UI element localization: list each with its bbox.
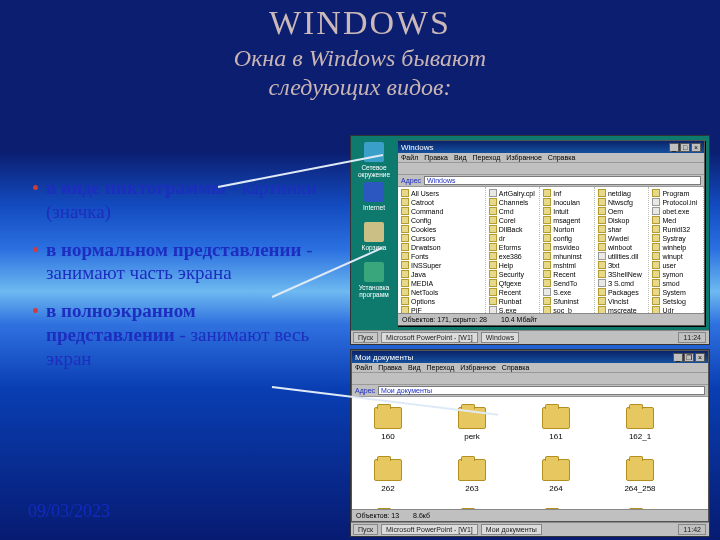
folder-icon xyxy=(401,252,409,260)
address-label: Адрес xyxy=(401,177,421,184)
status-text: Объектов: 13 xyxy=(356,512,399,519)
file-item: S.exe xyxy=(543,288,591,296)
folder-icon xyxy=(401,261,409,269)
file-item: winupt xyxy=(652,252,700,260)
menu-item: Правка xyxy=(424,154,448,161)
file-item: obet.exe xyxy=(652,207,700,215)
file-label: Med xyxy=(662,217,676,224)
file-item: Recent xyxy=(543,270,591,278)
close-icon: × xyxy=(695,353,705,362)
file-item: PIF xyxy=(401,306,482,313)
file-label: S.exe xyxy=(553,289,571,296)
file-item: mscreate xyxy=(598,306,646,313)
file-label: config xyxy=(553,235,572,242)
folder-icon xyxy=(652,243,660,251)
file-label: winboot xyxy=(608,244,632,251)
file-column: InfInoculanIntuitmsagentNortonconfigmsvi… xyxy=(540,187,595,313)
file-item: Oem xyxy=(598,207,646,215)
menu-item: Правка xyxy=(378,364,402,371)
window-toolbar xyxy=(352,373,708,385)
file-label: Systray xyxy=(662,235,685,242)
file-label: Qfgexe xyxy=(499,280,522,287)
taskbar-button: Microsoft PowerPoint - [W1] xyxy=(381,332,478,343)
file-label: Recent xyxy=(499,289,521,296)
folder-icon xyxy=(543,297,551,305)
folder-icon xyxy=(489,243,497,251)
file-label: mhuninst xyxy=(553,253,581,260)
folder-item: 263 xyxy=(442,459,502,493)
file-item: mhuninst xyxy=(543,252,591,260)
folder-icon xyxy=(543,234,551,242)
folder-icon xyxy=(598,288,606,296)
folder-icon xyxy=(598,234,606,242)
file-label: Зtxt xyxy=(608,262,620,269)
file-item: Program xyxy=(652,189,700,197)
desktop-icon-network: Сетевое окружение xyxy=(355,142,393,178)
folder-icon xyxy=(652,270,660,278)
folder-icon xyxy=(401,306,409,313)
taskbar-button: Microsoft PowerPoint - [W1] xyxy=(381,524,478,535)
file-label: All Users xyxy=(411,190,439,197)
folder-icon xyxy=(598,243,606,251)
file-label: obet.exe xyxy=(662,208,689,215)
minimize-icon: _ xyxy=(669,143,679,152)
file-label: Cmd xyxy=(499,208,514,215)
folder-item: 162_1 xyxy=(610,407,670,441)
maximize-icon: □ xyxy=(680,143,690,152)
file-item: Config xyxy=(401,216,482,224)
file-label: Norton xyxy=(553,226,574,233)
folder-icon xyxy=(543,189,551,197)
folder-item: 160 xyxy=(358,407,418,441)
folder-icon xyxy=(489,288,497,296)
folder-icon xyxy=(542,459,570,481)
folder-icon xyxy=(598,252,606,260)
taskbar: Пуск Microsoft PowerPoint - [W1] Windows… xyxy=(351,330,709,344)
file-label: ЗShellNew xyxy=(608,271,642,278)
file-item: Corel xyxy=(489,216,537,224)
restore-icon: ❐ xyxy=(684,353,694,362)
menu-item: Файл xyxy=(401,154,418,161)
folder-icon xyxy=(652,189,660,197)
file-item: Norton xyxy=(543,225,591,233)
file-item: Runbat xyxy=(489,297,537,305)
bullet-item: в нормальном представлении - занимают ча… xyxy=(32,238,327,286)
file-label: mscreate xyxy=(608,307,637,314)
file-label: Inoculan xyxy=(553,199,579,206)
file-item: Setslog xyxy=(652,297,700,305)
file-label: Oem xyxy=(608,208,623,215)
folder-icon xyxy=(626,459,654,481)
window-toolbar xyxy=(398,163,704,175)
desktop-icon-install: Установка программ xyxy=(355,262,393,298)
window-addressbar: Адрес Windows xyxy=(398,175,704,187)
file-label: Options xyxy=(411,298,435,305)
folder-icon xyxy=(598,198,606,206)
folder-icon xyxy=(543,270,551,278)
folder-icon xyxy=(652,198,660,206)
folder-icon xyxy=(489,216,497,224)
folder-icon xyxy=(598,216,606,224)
folder-icon xyxy=(543,306,551,313)
file-label: msagent xyxy=(553,217,580,224)
file-item: All Users xyxy=(401,189,482,197)
window-body: 160perk161162_1262263264264_258SY488.3gШ… xyxy=(352,397,708,509)
file-item: Vinclst xyxy=(598,297,646,305)
address-field: Windows xyxy=(424,176,701,185)
file-label: mshtml xyxy=(553,262,576,269)
folder-icon xyxy=(598,279,606,287)
slide-title: WINDOWS xyxy=(0,0,720,42)
taskbar-button: Мои документы xyxy=(481,524,542,535)
file-item: Diskop xyxy=(598,216,646,224)
folder-icon xyxy=(652,261,660,269)
folder-label: 262 xyxy=(358,484,418,493)
file-item: Systray xyxy=(652,234,700,242)
file-label: utilities.dll xyxy=(608,253,638,260)
explorer-window: Windows _□× Файл Правка Вид Переход Избр… xyxy=(397,140,705,326)
folder-icon xyxy=(598,270,606,278)
bullet-bold: в нормальном представлении xyxy=(46,239,301,260)
folder-icon xyxy=(401,189,409,197)
folder-item: 161 xyxy=(526,407,586,441)
folder-icon xyxy=(489,198,497,206)
file-label: NetTools xyxy=(411,289,438,296)
file-label: smod xyxy=(662,280,679,287)
slide-subtitle: Окна в Windows бывают следующих видов: xyxy=(0,44,720,102)
